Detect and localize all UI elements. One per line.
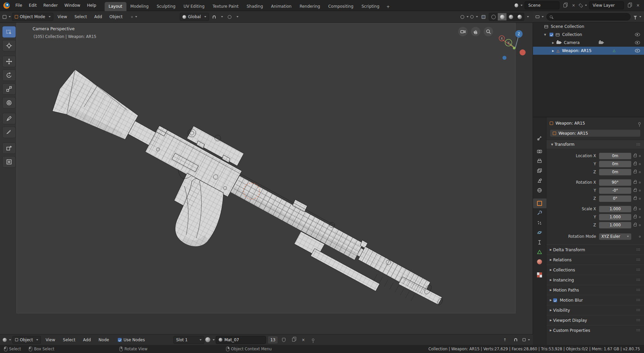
tab-render[interactable] <box>533 146 546 156</box>
shader-options-dropdown[interactable] <box>522 336 530 344</box>
pin-icon[interactable] <box>638 122 641 125</box>
workspace-tab-modeling[interactable]: Modeling <box>126 2 153 11</box>
workspace-tab-uv-editing[interactable]: UV Editing <box>179 2 209 11</box>
outliner-search[interactable] <box>546 13 631 20</box>
panel-grip-icon[interactable] <box>636 309 641 312</box>
workspace-tab-texture-paint[interactable]: Texture Paint <box>209 2 243 11</box>
viewport-3d[interactable]: Camera Perspective (105) Collection | We… <box>0 23 533 334</box>
object-name-field[interactable]: Weapon: AR15 <box>550 129 641 137</box>
shader-type-dropdown[interactable]: Object <box>12 336 41 344</box>
shader-menu-add[interactable]: Add <box>80 337 94 343</box>
shading-wireframe-button[interactable] <box>489 13 498 20</box>
proportional-falloff-dropdown[interactable] <box>235 13 240 21</box>
axis-gizmo[interactable]: Z Y X <box>492 28 529 62</box>
extra-tool[interactable] <box>2 156 16 168</box>
shading-solid-button[interactable] <box>498 13 506 20</box>
pan-view-button[interactable] <box>471 27 480 36</box>
workspace-tab-rendering[interactable]: Rendering <box>296 2 324 11</box>
transform-tool[interactable] <box>2 97 16 108</box>
scale-y-field[interactable]: 1.000 <box>599 214 631 220</box>
location-y-field[interactable]: 0m <box>599 161 631 167</box>
use-nodes-checkbox[interactable] <box>118 338 122 342</box>
overlays-dropdown[interactable] <box>470 13 478 21</box>
transform-orientation-dropdown[interactable]: Global <box>180 13 209 21</box>
transform-pivot-dropdown[interactable] <box>130 13 138 21</box>
animate-dot-icon[interactable] <box>639 208 641 210</box>
shader-menu-view[interactable]: View <box>43 337 58 343</box>
tab-output[interactable] <box>533 156 546 166</box>
panel-grip-icon[interactable] <box>636 289 641 292</box>
lock-icon[interactable] <box>634 197 637 200</box>
panel-collections[interactable]: ▶ Collections <box>546 265 644 275</box>
location-x-field[interactable]: 0m <box>599 153 631 159</box>
visibility-eye-icon[interactable] <box>635 41 640 44</box>
panel-motion-paths[interactable]: ▶ Motion Paths <box>546 285 644 295</box>
view-layer-browse-button[interactable] <box>579 1 587 9</box>
editor-type-button[interactable] <box>3 13 11 21</box>
workspace-tab-sculpting[interactable]: Sculpting <box>153 2 179 11</box>
scene-browse-button[interactable] <box>515 1 523 9</box>
axis-z-negative-handle[interactable] <box>502 56 506 60</box>
outliner-search-input[interactable] <box>554 14 627 19</box>
shader-menu-node[interactable]: Node <box>96 337 112 343</box>
lock-icon[interactable] <box>634 208 637 210</box>
mode-dropdown[interactable]: Object Mode <box>12 13 53 21</box>
tab-particles[interactable] <box>533 218 546 228</box>
tab-tool[interactable] <box>533 133 546 143</box>
transform-panel-header[interactable]: ▼ Transform <box>546 140 644 149</box>
animate-dot-icon[interactable] <box>639 236 641 237</box>
scale-x-field[interactable]: 1.000 <box>599 206 631 212</box>
rotation-x-field[interactable]: 90° <box>599 179 631 186</box>
panel-grip-icon[interactable] <box>636 258 641 261</box>
animate-dot-icon[interactable] <box>639 163 641 165</box>
location-z-field[interactable]: 0m <box>599 169 631 175</box>
lock-icon[interactable] <box>634 189 637 192</box>
outliner-filter-dropdown[interactable] <box>633 13 641 21</box>
lock-icon[interactable] <box>634 224 637 226</box>
blender-logo-icon[interactable] <box>3 2 10 9</box>
shader-editor-type-button[interactable] <box>3 336 11 344</box>
menu-render[interactable]: Render <box>40 2 61 9</box>
snap-settings-dropdown[interactable] <box>220 13 224 21</box>
animate-dot-icon[interactable] <box>639 224 641 226</box>
outliner-editor-type-button[interactable] <box>536 13 544 21</box>
lock-icon[interactable] <box>634 171 637 173</box>
delete-scene-button[interactable]: × <box>570 2 577 9</box>
parent-node-tree-button[interactable]: ↑ <box>501 336 509 344</box>
tab-scene[interactable] <box>533 176 546 185</box>
panel-custom-properties[interactable]: ▶ Custom Properties <box>546 325 644 335</box>
tab-texture[interactable] <box>533 270 546 280</box>
menu-help[interactable]: Help <box>84 2 99 9</box>
pin-material-button[interactable] <box>309 336 317 344</box>
panel-grip-icon[interactable] <box>636 319 641 322</box>
panel-grip-icon[interactable] <box>636 329 641 332</box>
material-users-button[interactable]: 13 <box>268 336 278 344</box>
animate-dot-icon[interactable] <box>639 171 641 173</box>
material-name-field[interactable]: Mat_07 <box>216 336 266 344</box>
lock-icon[interactable] <box>634 163 637 165</box>
lock-icon[interactable] <box>634 216 637 218</box>
select-box-tool[interactable] <box>2 26 16 38</box>
outliner-row-weapon-ar15[interactable]: ▶ △ Weapon: AR15 △ <box>533 47 644 55</box>
viewport-menu-add[interactable]: Add <box>91 13 105 20</box>
tab-material[interactable] <box>533 257 546 267</box>
panel-relations[interactable]: ▶ Relations <box>546 255 644 265</box>
viewport-menu-object[interactable]: Object <box>106 13 125 20</box>
workspace-tab-scripting[interactable]: Scripting <box>358 2 383 11</box>
animate-dot-icon[interactable] <box>639 190 641 191</box>
workspace-tab-shading[interactable]: Shading <box>243 2 267 11</box>
animate-dot-icon[interactable] <box>639 182 641 183</box>
view-layer-name-field[interactable]: View Layer <box>589 1 624 9</box>
outliner-row-scene-collection[interactable]: Scene Collection <box>533 23 644 31</box>
unlink-material-button[interactable]: × <box>299 336 307 344</box>
motion-blur-checkbox[interactable] <box>553 298 557 302</box>
viewport-menu-view[interactable]: View <box>55 13 70 20</box>
tab-object[interactable] <box>533 198 546 208</box>
expand-icon[interactable]: ▶ <box>551 49 555 52</box>
expand-icon[interactable]: ▶ <box>551 41 555 44</box>
scale-tool[interactable] <box>2 83 16 95</box>
outliner-row-collection[interactable]: ▼ Collection <box>533 31 644 39</box>
scale-z-field[interactable]: 1.000 <box>599 222 631 228</box>
axis-x-negative-handle[interactable] <box>520 49 526 55</box>
snap-node-button[interactable] <box>512 336 520 344</box>
